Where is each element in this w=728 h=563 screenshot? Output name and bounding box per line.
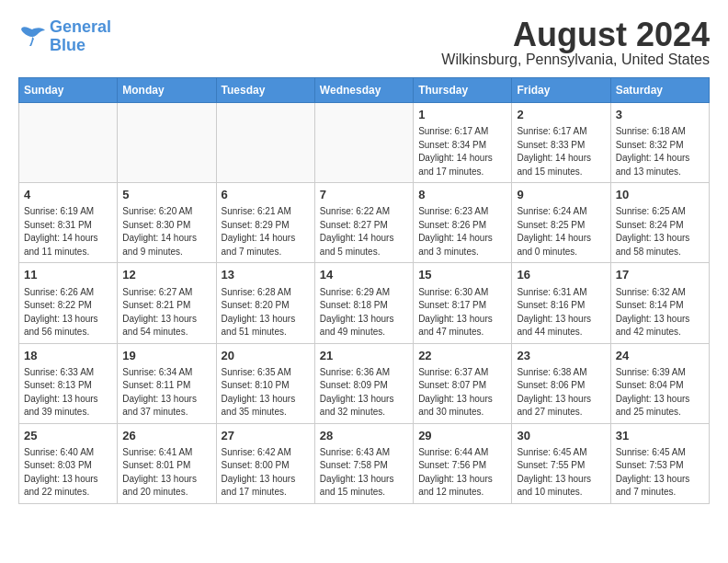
- day-number: 3: [616, 107, 704, 123]
- day-number: 6: [222, 187, 310, 203]
- day-number: 26: [122, 428, 210, 444]
- day-number: 31: [616, 428, 704, 444]
- calendar-table: SundayMondayTuesdayWednesdayThursdayFrid…: [18, 77, 710, 504]
- title-block: August 2024 Wilkinsburg, Pennsylvania, U…: [441, 18, 710, 68]
- day-info: Sunrise: 6:34 AM Sunset: 8:11 PM Dayligh…: [122, 366, 210, 419]
- calendar-cell: 27Sunrise: 6:42 AM Sunset: 8:00 PM Dayli…: [216, 423, 314, 503]
- calendar-cell: 19Sunrise: 6:34 AM Sunset: 8:11 PM Dayli…: [118, 343, 216, 423]
- day-info: Sunrise: 6:23 AM Sunset: 8:26 PM Dayligh…: [418, 205, 506, 259]
- day-info: Sunrise: 6:17 AM Sunset: 8:33 PM Dayligh…: [517, 125, 605, 178]
- day-info: Sunrise: 6:33 AM Sunset: 8:13 PM Dayligh…: [24, 366, 112, 419]
- calendar-cell: 14Sunrise: 6:29 AM Sunset: 8:18 PM Dayli…: [314, 263, 413, 343]
- calendar-cell: 3Sunrise: 6:18 AM Sunset: 8:32 PM Daylig…: [610, 103, 709, 183]
- day-number: 1: [418, 107, 506, 123]
- calendar-cell: 24Sunrise: 6:39 AM Sunset: 8:04 PM Dayli…: [610, 343, 709, 423]
- day-info: Sunrise: 6:39 AM Sunset: 8:04 PM Dayligh…: [616, 366, 704, 419]
- calendar-week-row: 4Sunrise: 6:19 AM Sunset: 8:31 PM Daylig…: [19, 183, 710, 263]
- calendar-cell: 25Sunrise: 6:40 AM Sunset: 8:03 PM Dayli…: [19, 423, 118, 503]
- day-info: Sunrise: 6:19 AM Sunset: 8:31 PM Dayligh…: [24, 205, 112, 259]
- day-number: 22: [418, 348, 506, 364]
- day-info: Sunrise: 6:28 AM Sunset: 8:20 PM Dayligh…: [222, 286, 310, 339]
- day-number: 12: [122, 267, 210, 283]
- day-number: 19: [122, 348, 210, 364]
- day-number: 16: [517, 267, 605, 283]
- calendar-cell: 29Sunrise: 6:44 AM Sunset: 7:56 PM Dayli…: [414, 423, 512, 503]
- day-number: 25: [24, 428, 112, 444]
- day-number: 13: [222, 267, 310, 283]
- day-number: 17: [616, 267, 704, 283]
- day-info: Sunrise: 6:35 AM Sunset: 8:10 PM Dayligh…: [222, 366, 310, 419]
- calendar-cell: [19, 103, 118, 183]
- day-info: Sunrise: 6:42 AM Sunset: 8:00 PM Dayligh…: [222, 446, 310, 500]
- day-info: Sunrise: 6:45 AM Sunset: 7:53 PM Dayligh…: [616, 446, 704, 500]
- day-info: Sunrise: 6:37 AM Sunset: 8:07 PM Dayligh…: [418, 366, 506, 419]
- day-info: Sunrise: 6:31 AM Sunset: 8:16 PM Dayligh…: [517, 286, 605, 339]
- day-info: Sunrise: 6:43 AM Sunset: 7:58 PM Dayligh…: [320, 446, 408, 500]
- calendar-cell: 7Sunrise: 6:22 AM Sunset: 8:27 PM Daylig…: [314, 183, 413, 263]
- day-number: 7: [320, 187, 408, 203]
- logo: General Blue: [18, 18, 111, 55]
- calendar-cell: 28Sunrise: 6:43 AM Sunset: 7:58 PM Dayli…: [314, 423, 413, 503]
- calendar-cell: 6Sunrise: 6:21 AM Sunset: 8:29 PM Daylig…: [216, 183, 314, 263]
- calendar-cell: 15Sunrise: 6:30 AM Sunset: 8:17 PM Dayli…: [414, 263, 512, 343]
- day-of-week-header: Saturday: [610, 78, 709, 103]
- day-of-week-header: Tuesday: [216, 78, 314, 103]
- calendar-cell: 1Sunrise: 6:17 AM Sunset: 8:34 PM Daylig…: [414, 103, 512, 183]
- page-subtitle: Wilkinsburg, Pennsylvania, United States: [441, 52, 710, 68]
- day-info: Sunrise: 6:26 AM Sunset: 8:22 PM Dayligh…: [24, 286, 112, 339]
- day-info: Sunrise: 6:29 AM Sunset: 8:18 PM Dayligh…: [320, 286, 408, 339]
- calendar-cell: 30Sunrise: 6:45 AM Sunset: 7:55 PM Dayli…: [512, 423, 610, 503]
- day-info: Sunrise: 6:40 AM Sunset: 8:03 PM Dayligh…: [24, 446, 112, 500]
- day-info: Sunrise: 6:32 AM Sunset: 8:14 PM Dayligh…: [616, 286, 704, 339]
- day-info: Sunrise: 6:24 AM Sunset: 8:25 PM Dayligh…: [517, 205, 605, 259]
- calendar-cell: 4Sunrise: 6:19 AM Sunset: 8:31 PM Daylig…: [19, 183, 118, 263]
- day-number: 11: [24, 267, 112, 283]
- calendar-cell: 23Sunrise: 6:38 AM Sunset: 8:06 PM Dayli…: [512, 343, 610, 423]
- calendar-body: 1Sunrise: 6:17 AM Sunset: 8:34 PM Daylig…: [19, 103, 710, 504]
- day-number: 30: [517, 428, 605, 444]
- calendar-cell: 11Sunrise: 6:26 AM Sunset: 8:22 PM Dayli…: [19, 263, 118, 343]
- day-info: Sunrise: 6:18 AM Sunset: 8:32 PM Dayligh…: [616, 125, 704, 178]
- page-header: General Blue August 2024 Wilkinsburg, Pe…: [18, 18, 710, 68]
- calendar-cell: 22Sunrise: 6:37 AM Sunset: 8:07 PM Dayli…: [414, 343, 512, 423]
- calendar-cell: 16Sunrise: 6:31 AM Sunset: 8:16 PM Dayli…: [512, 263, 610, 343]
- calendar-cell: [314, 103, 413, 183]
- day-info: Sunrise: 6:20 AM Sunset: 8:30 PM Dayligh…: [122, 205, 210, 259]
- day-number: 4: [24, 187, 112, 203]
- day-number: 28: [320, 428, 408, 444]
- day-info: Sunrise: 6:17 AM Sunset: 8:34 PM Dayligh…: [418, 125, 506, 178]
- day-number: 21: [320, 348, 408, 364]
- calendar-cell: 13Sunrise: 6:28 AM Sunset: 8:20 PM Dayli…: [216, 263, 314, 343]
- day-info: Sunrise: 6:36 AM Sunset: 8:09 PM Dayligh…: [320, 366, 408, 419]
- day-number: 14: [320, 267, 408, 283]
- logo-icon: [18, 26, 46, 48]
- calendar-cell: 31Sunrise: 6:45 AM Sunset: 7:53 PM Dayli…: [610, 423, 709, 503]
- day-of-week-header: Sunday: [19, 78, 118, 103]
- day-of-week-header: Friday: [512, 78, 610, 103]
- day-number: 29: [418, 428, 506, 444]
- day-info: Sunrise: 6:22 AM Sunset: 8:27 PM Dayligh…: [320, 205, 408, 259]
- calendar-cell: 5Sunrise: 6:20 AM Sunset: 8:30 PM Daylig…: [118, 183, 216, 263]
- logo-text: General Blue: [50, 18, 111, 55]
- day-of-week-header: Wednesday: [314, 78, 413, 103]
- calendar-cell: 17Sunrise: 6:32 AM Sunset: 8:14 PM Dayli…: [610, 263, 709, 343]
- calendar-cell: 26Sunrise: 6:41 AM Sunset: 8:01 PM Dayli…: [118, 423, 216, 503]
- page-title: August 2024: [441, 18, 710, 52]
- day-number: 15: [418, 267, 506, 283]
- day-number: 27: [222, 428, 310, 444]
- calendar-cell: 21Sunrise: 6:36 AM Sunset: 8:09 PM Dayli…: [314, 343, 413, 423]
- day-of-week-header: Monday: [118, 78, 216, 103]
- calendar-cell: 18Sunrise: 6:33 AM Sunset: 8:13 PM Dayli…: [19, 343, 118, 423]
- calendar-cell: 10Sunrise: 6:25 AM Sunset: 8:24 PM Dayli…: [610, 183, 709, 263]
- calendar-week-row: 1Sunrise: 6:17 AM Sunset: 8:34 PM Daylig…: [19, 103, 710, 183]
- day-of-week-header: Thursday: [414, 78, 512, 103]
- calendar-header: SundayMondayTuesdayWednesdayThursdayFrid…: [19, 78, 710, 103]
- calendar-cell: 12Sunrise: 6:27 AM Sunset: 8:21 PM Dayli…: [118, 263, 216, 343]
- day-info: Sunrise: 6:41 AM Sunset: 8:01 PM Dayligh…: [122, 446, 210, 500]
- day-info: Sunrise: 6:45 AM Sunset: 7:55 PM Dayligh…: [517, 446, 605, 500]
- day-number: 24: [616, 348, 704, 364]
- day-info: Sunrise: 6:30 AM Sunset: 8:17 PM Dayligh…: [418, 286, 506, 339]
- calendar-cell: 20Sunrise: 6:35 AM Sunset: 8:10 PM Dayli…: [216, 343, 314, 423]
- calendar-cell: [216, 103, 314, 183]
- day-info: Sunrise: 6:38 AM Sunset: 8:06 PM Dayligh…: [517, 366, 605, 419]
